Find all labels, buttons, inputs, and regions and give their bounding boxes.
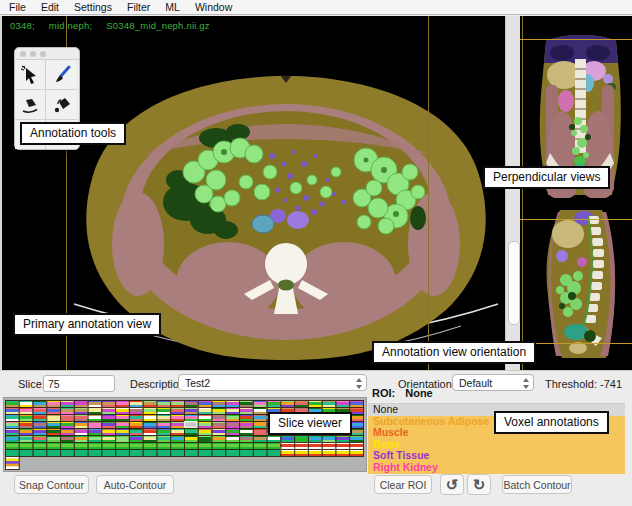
redo-button[interactable]: ↻ [467, 474, 491, 495]
auto-contour-button[interactable]: Auto-Contour [96, 475, 174, 494]
paintbrush-tool-button[interactable] [46, 60, 77, 90]
wand-select-icon [20, 65, 40, 85]
redo-icon: ↻ [473, 476, 486, 494]
app-window: FileEditSettingsFilterMLWindow 0348;mid … [0, 0, 632, 506]
slice-input[interactable] [43, 375, 115, 392]
dataset-status-text: 0348;mid neph;S0348_mid_neph.nii.gz [10, 20, 224, 31]
roi-header: ROI:None [372, 387, 433, 399]
status-segment: mid neph; [49, 20, 93, 31]
sagittal-slice-line-top [520, 219, 632, 220]
paintbrush-icon [52, 65, 72, 85]
menu-item-settings[interactable]: Settings [74, 1, 112, 13]
slice-viewer-callout: Slice viewer [268, 412, 352, 435]
slice-label: Slice: [18, 378, 45, 390]
select-stepper-icon [355, 377, 363, 390]
palette-titlebar[interactable] [15, 48, 79, 60]
batch-contour-button[interactable]: Batch Contour [502, 475, 572, 494]
wand-select-tool-button[interactable] [15, 60, 46, 90]
paint-bucket-icon [52, 95, 72, 115]
description-select-value: Test2 [185, 377, 210, 389]
menu-item-file[interactable]: File [9, 1, 26, 13]
annotation-tools-callout: Annotation tools [20, 122, 126, 145]
orientation-select[interactable]: Default [452, 374, 534, 391]
description-select[interactable]: Test2 [178, 374, 367, 391]
panel-gold-line [522, 16, 523, 370]
coronal-slice-line [520, 39, 632, 40]
panel-divider[interactable] [505, 16, 521, 370]
roi-item-right-kidney[interactable]: Right Kidney [368, 462, 625, 474]
undo-icon: ↺ [446, 476, 459, 494]
snap-contour-button[interactable]: Snap Contour [14, 475, 89, 494]
menu-item-ml[interactable]: ML [165, 1, 180, 13]
sagittal-ct-image[interactable] [532, 206, 629, 363]
scrollbar-thumb[interactable] [508, 241, 520, 325]
threshold-label: Threshold: -741 [545, 378, 622, 390]
orientation-select-value: Default [459, 377, 492, 389]
window-dot-icon[interactable] [30, 51, 36, 57]
eraser-tool-button[interactable] [15, 90, 46, 120]
window-dot-icon[interactable] [20, 51, 26, 57]
roi-header-label: ROI: [372, 387, 395, 399]
threshold-value: -741 [600, 378, 622, 390]
paint-bucket-tool-button[interactable] [46, 90, 77, 120]
sagittal-slice-line-bottom [520, 343, 632, 344]
voxel-annotations-callout: Voxel annotations [494, 411, 609, 434]
roi-header-value: None [405, 387, 433, 399]
control-panel: Slice: Description: Test2 Orientation: D… [0, 370, 632, 506]
menu-item-edit[interactable]: Edit [41, 1, 59, 13]
menu-bar: FileEditSettingsFilterMLWindow [0, 0, 632, 15]
status-segment: S0348_mid_neph.nii.gz [106, 20, 210, 31]
menu-item-filter[interactable]: Filter [127, 1, 150, 13]
menu-item-window[interactable]: Window [195, 1, 232, 13]
perpendicular-views-panel [520, 16, 632, 370]
status-segment: 0348; [10, 20, 35, 31]
select-stepper-icon [522, 377, 530, 390]
primary-annotation-view-callout: Primary annotation view [13, 313, 161, 336]
perpendicular-views-callout: Perpendicular views [483, 166, 610, 189]
clear-roi-button[interactable]: Clear ROI [374, 475, 432, 494]
window-dot-icon[interactable] [40, 51, 46, 57]
undo-button[interactable]: ↺ [440, 474, 464, 495]
annotation-view-orientation-callout: Annotation view orientation [372, 341, 536, 364]
eraser-icon [20, 95, 40, 115]
crosshair-vline-right [428, 16, 429, 370]
